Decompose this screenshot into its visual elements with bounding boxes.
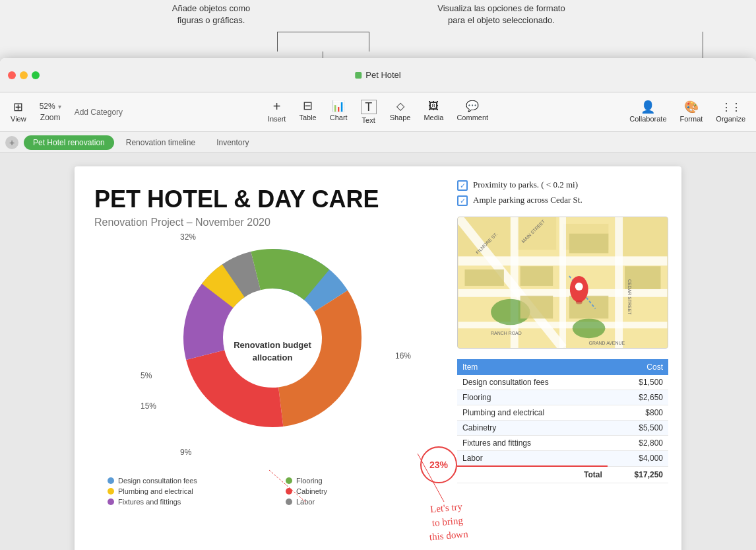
toolbar-center-group: Insert ⊟ Table Chart Text Shape Media xyxy=(137,97,619,127)
organize-button[interactable]: Organize xyxy=(710,98,751,125)
slide: PET HOTEL & DAY CARE Renovation Project … xyxy=(75,166,681,550)
cost-cell: $2,800 xyxy=(608,436,668,451)
map-svg: FILMORE ST. MAIN STREET CEDAR STREET RAN… xyxy=(458,217,668,348)
close-button[interactable] xyxy=(8,71,16,79)
item-cell: Plumbing and electrical xyxy=(457,405,608,421)
tooltip2-vline xyxy=(703,32,703,58)
svg-rect-14 xyxy=(520,266,553,286)
svg-rect-4 xyxy=(615,217,667,256)
svg-point-28 xyxy=(576,300,583,304)
collaborate-icon xyxy=(641,101,655,113)
pct-label-15: 15% xyxy=(141,401,156,411)
svg-rect-18 xyxy=(520,296,553,319)
cost-cell: $5,500 xyxy=(608,421,668,436)
main-content: PET HOTEL & DAY CARE Renovation Project … xyxy=(0,153,756,550)
legend-item: Design consultation fees xyxy=(108,477,272,485)
table-body: Design consultation fees $1,500 Flooring… xyxy=(457,375,668,483)
organize-icon xyxy=(721,101,741,113)
total-value: $17,250 xyxy=(608,466,668,483)
pct-label-9: 9% xyxy=(180,448,191,457)
text-icon xyxy=(361,100,377,114)
zoom-value: 52% xyxy=(40,102,55,111)
media-button[interactable]: Media xyxy=(418,97,449,127)
item-cell: Flooring xyxy=(457,390,608,405)
maximize-button[interactable] xyxy=(32,71,40,79)
handwritten-note: Let's try to bring this down xyxy=(427,500,469,545)
tab-inventory[interactable]: Inventory xyxy=(207,135,258,150)
tab-pet-hotel-renovation[interactable]: Pet Hotel renovation xyxy=(24,135,114,150)
comment-label: Comment xyxy=(457,114,488,121)
collaborate-button[interactable]: Collaborate xyxy=(624,98,672,125)
legend-dot-design xyxy=(108,477,114,484)
table-row: Plumbing and electrical $800 xyxy=(457,405,668,421)
donut-hole xyxy=(225,291,320,386)
zoom-button[interactable]: 52% ▾ Zoom xyxy=(34,99,67,125)
chart-label: Chart xyxy=(330,114,348,121)
add-category-label: Add Category xyxy=(69,105,128,120)
comment-icon xyxy=(466,100,479,112)
legend-dot-fixtures xyxy=(108,498,114,505)
table-total-row: Total $17,250 xyxy=(457,466,668,483)
titlebar: Pet Hotel xyxy=(0,58,756,92)
cost-cell-labor: $4,000 xyxy=(608,451,668,467)
svg-rect-10 xyxy=(615,217,623,348)
check-text-1: Proximity to parks. ( < 0.2 mi) xyxy=(473,180,578,190)
format-button[interactable]: Format xyxy=(675,98,709,125)
check-text-2: Ample parking across Cedar St. xyxy=(473,195,583,205)
chart-icon xyxy=(332,100,345,112)
toolbar: View 52% ▾ Zoom Add Category Insert ⊟ Ta… xyxy=(0,92,756,132)
view-button[interactable]: View xyxy=(5,98,32,125)
text-label: Text xyxy=(362,116,375,124)
tabs-bar: + Pet Hotel renovation Renovation timeli… xyxy=(0,132,756,153)
traffic-lights xyxy=(0,71,40,79)
legend-dot-cabinetry xyxy=(286,488,292,495)
add-tab-button[interactable]: + xyxy=(5,136,18,149)
window-title: Pet Hotel xyxy=(355,70,400,80)
table-row: Design consultation fees $1,500 xyxy=(457,375,668,390)
legend-item: Plumbing and electrical xyxy=(108,487,272,495)
pct-label-5: 5% xyxy=(141,371,152,380)
shape-icon xyxy=(396,100,404,112)
legend-item: Cabinetry xyxy=(286,487,451,495)
minimize-button[interactable] xyxy=(20,71,28,79)
comment-button[interactable]: Comment xyxy=(451,97,493,127)
insert-button[interactable]: Insert xyxy=(263,97,292,127)
check-item-1: ✓ Proximity to parks. ( < 0.2 mi) xyxy=(457,180,668,191)
media-icon xyxy=(428,100,439,112)
tooltip1-hline xyxy=(277,32,369,32)
svg-text:CEDAR STREET: CEDAR STREET xyxy=(627,279,632,315)
table-row: Fixtures and fittings $2,800 xyxy=(457,436,668,451)
chart-button[interactable]: Chart xyxy=(325,97,353,127)
toolbar-right-group: Collaborate Format Organize xyxy=(619,98,751,125)
organize-label: Organize xyxy=(716,115,745,123)
item-cell: Fixtures and fittings xyxy=(457,436,608,451)
legend-dot-labor xyxy=(286,498,292,505)
cost-cell: $800 xyxy=(608,405,668,421)
table-row: Cabinetry $5,500 xyxy=(457,421,668,436)
shape-button[interactable]: Shape xyxy=(385,97,416,127)
legend-label-flooring: Flooring xyxy=(296,477,323,485)
canvas-area[interactable]: PET HOTEL & DAY CARE Renovation Project … xyxy=(0,153,756,550)
checkbox-2: ✓ xyxy=(457,195,468,206)
table-button[interactable]: ⊟ Table xyxy=(294,97,321,127)
view-icon xyxy=(13,101,23,113)
tooltip1-vline-right xyxy=(369,32,369,52)
insert-icon xyxy=(273,100,281,113)
legend-item: Labor xyxy=(286,498,451,506)
text-button[interactable]: Text xyxy=(356,97,382,127)
item-cell-labor: Labor xyxy=(457,451,608,467)
tooltip-format-options: Visualiza las opciones de formato para e… xyxy=(409,3,594,26)
collaborate-label: Collaborate xyxy=(629,115,666,123)
table-label: Table xyxy=(299,114,316,121)
shape-label: Shape xyxy=(390,114,411,121)
tooltip1-vline-left xyxy=(277,32,278,52)
tab-renovation-timeline[interactable]: Renovation timeline xyxy=(117,135,205,150)
item-cell: Cabinetry xyxy=(457,421,608,436)
insert-label: Insert xyxy=(268,115,286,123)
format-icon xyxy=(684,101,699,113)
title-dot xyxy=(355,72,362,79)
check-item-2: ✓ Ample parking across Cedar St. xyxy=(457,195,668,206)
svg-point-27 xyxy=(575,283,583,291)
svg-rect-9 xyxy=(559,217,566,348)
annotation-circle-23: 23% xyxy=(420,446,457,483)
